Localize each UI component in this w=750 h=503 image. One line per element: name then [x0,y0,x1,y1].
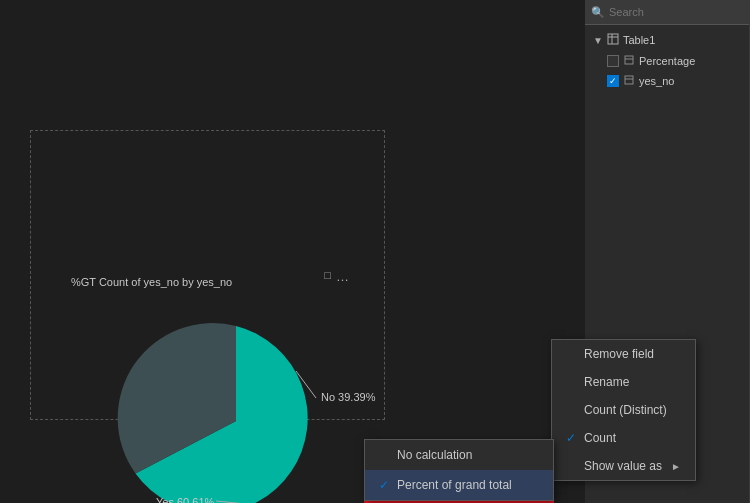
table-tree-item[interactable]: ▼ Table1 [585,29,749,51]
dropdown-percent-grand-total-label: Percent of grand total [397,478,512,492]
context-menu-remove-field-label: Remove field [584,347,654,361]
dropdown-no-calculation-label: No calculation [397,448,472,462]
context-menu-count-label: Count [584,431,616,445]
maximize-icon[interactable]: □ [324,269,331,284]
chart-title: %GT Count of yes_no by yes_no [71,276,232,288]
dropdown-no-calculation[interactable]: ✓ No calculation [365,440,553,470]
canvas-area: %GT Count of yes_no by yes_no □ … No 39.… [0,0,410,503]
more-options-icon[interactable]: … [336,269,349,284]
search-icon: 🔍 [591,6,605,19]
field-yes-no[interactable]: ✓ yes_no [585,71,749,91]
context-menu-remove-field[interactable]: ✓ Remove field [552,340,695,368]
check-count: ✓ [566,431,578,445]
chart-icons: □ … [324,269,349,284]
check-percent-grand-total: ✓ [379,478,391,492]
pie-chart-svg: No 39.39% Yes 60.61% [86,291,406,503]
context-menu: ✓ Remove field ✓ Rename ✓ Count (Distinc… [551,339,696,481]
field-type-icon-percentage [624,55,634,67]
pie-chart-container: No 39.39% Yes 60.61% [86,291,406,503]
context-menu-show-value-as-label: Show value as [584,459,662,473]
field-label-percentage: Percentage [639,55,695,67]
svg-rect-58 [625,56,633,64]
context-menu-rename[interactable]: ✓ Rename [552,368,695,396]
show-value-as-arrow: ► [671,461,681,472]
svg-rect-60 [625,76,633,84]
field-checkbox-percentage[interactable] [607,55,619,67]
chart-frame: %GT Count of yes_no by yes_no □ … No 39.… [30,130,385,420]
search-input[interactable] [609,6,743,18]
no-label: No 39.39% [321,391,376,403]
fields-search-bar: 🔍 [585,0,749,25]
svg-rect-55 [608,34,618,44]
yes-label: Yes 60.61% [156,496,215,503]
dropdown-percent-grand-total[interactable]: ✓ Percent of grand total [365,470,553,500]
context-menu-count[interactable]: ✓ Count [552,424,695,452]
expand-icon: ▼ [593,35,603,46]
context-menu-show-value-as[interactable]: ✓ Show value as ► [552,452,695,480]
field-label-yes-no: yes_no [639,75,674,87]
context-menu-count-distinct-label: Count (Distinct) [584,403,667,417]
table-name: Table1 [623,34,655,46]
context-menu-rename-label: Rename [584,375,629,389]
show-value-as-dropdown: ✓ No calculation ✓ Percent of grand tota… [364,439,554,501]
table-icon [607,33,619,47]
field-checkbox-yes-no[interactable]: ✓ [607,75,619,87]
field-percentage[interactable]: Percentage [585,51,749,71]
field-tree: ▼ Table1 Percentage ✓ yes_no [585,25,749,95]
field-type-icon-yes-no [624,75,634,87]
context-menu-count-distinct[interactable]: ✓ Count (Distinct) [552,396,695,424]
